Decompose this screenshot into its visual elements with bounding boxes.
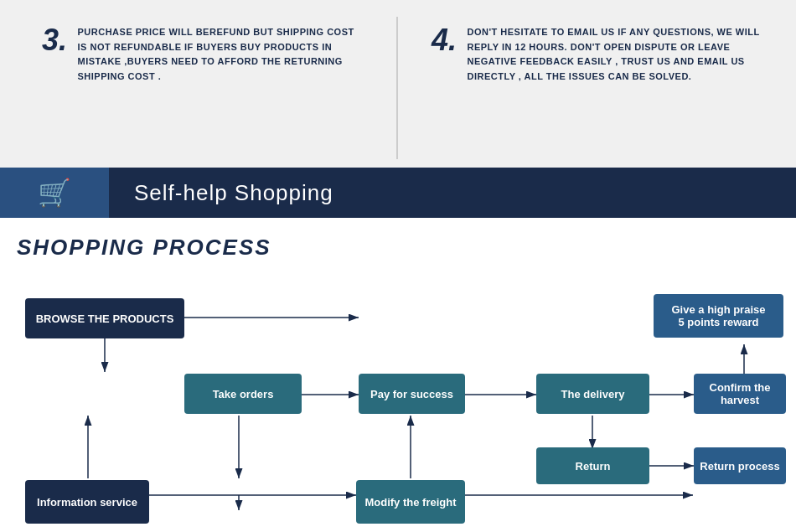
banner: 🛒 Self-help Shopping [0, 168, 796, 218]
process-title: SHOPPING PROCESS [17, 235, 779, 261]
return-box: Return [536, 447, 649, 484]
step3-container: 3. PURCHASE PRICE WILL BEREFUND BUT SHIP… [0, 17, 398, 159]
step3-text: PURCHASE PRICE WILL BEREFUND BUT SHIPPIN… [77, 25, 364, 84]
step3-number: 3. [42, 25, 67, 55]
delivery-box: The delivery [536, 374, 649, 414]
process-section: SHOPPING PROCESS [0, 218, 796, 532]
flowchart: BROWSE THE PRODUCTS Take orders Pay for … [17, 286, 779, 532]
return-process-box: Return process [694, 447, 786, 484]
top-section: 3. PURCHASE PRICE WILL BEREFUND BUT SHIP… [0, 0, 796, 168]
high-praise-box: Give a high praise 5 points reward [654, 294, 783, 338]
shopping-cart-icon: 🛒 [38, 177, 71, 209]
banner-title: Self-help Shopping [109, 180, 333, 206]
step4-text: DON'T HESITATE TO EMAIL US IF ANY QUESTI… [467, 25, 764, 84]
take-orders-box: Take orders [184, 374, 302, 414]
modify-freight-box: Modify the freight [356, 480, 465, 524]
browse-products-box: BROWSE THE PRODUCTS [25, 298, 184, 338]
confirm-harvest-box: Confirm the harvest [694, 374, 786, 414]
pay-success-box: Pay for success [359, 374, 465, 414]
step4-container: 4. DON'T HESITATE TO EMAIL US IF ANY QUE… [398, 17, 796, 159]
banner-cart-area: 🛒 [0, 168, 109, 218]
step4-number: 4. [432, 25, 457, 55]
info-service-box: Information service [25, 480, 149, 524]
